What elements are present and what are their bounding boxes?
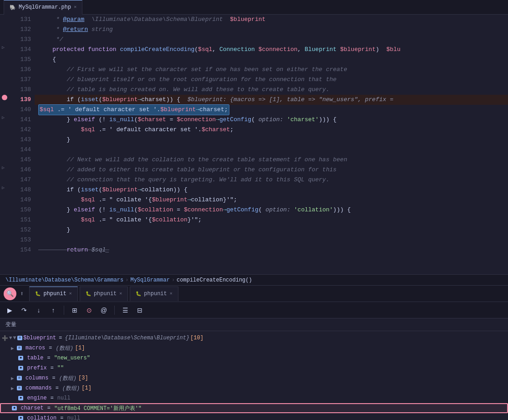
watch-button[interactable]: ⊙ bbox=[83, 304, 95, 316]
tab-filename: MySqlGrammar.php bbox=[19, 4, 71, 10]
resume-button[interactable]: ▶ bbox=[4, 304, 15, 316]
fold-icon-2[interactable]: ▷ bbox=[2, 115, 5, 120]
code-line-131: * @param \Illuminate\Database\Schema\Blu… bbox=[35, 15, 508, 25]
var-icon-blueprint: ≡ bbox=[17, 336, 22, 340]
breadcrumb-sep-2: › bbox=[172, 277, 175, 283]
var-icon-collation: ● bbox=[18, 416, 23, 420]
commands-expand[interactable]: ▶ bbox=[11, 385, 14, 391]
code-line-144 bbox=[35, 145, 508, 155]
breadcrumb-part-1: \Illuminate\Database\Schema\Grammars bbox=[5, 277, 123, 283]
code-line-134: protected function compileCreateEncoding… bbox=[35, 45, 508, 55]
var-columns[interactable]: ▶ ≡ columns = (数组) [3] bbox=[0, 373, 508, 383]
code-line-154: return $sql_ bbox=[35, 245, 508, 255]
code-line-136: // First we will set the character set i… bbox=[35, 65, 508, 75]
code-line-133: */ bbox=[35, 35, 508, 45]
code-line-143: } bbox=[35, 135, 508, 145]
step-over-button[interactable]: ↷ bbox=[18, 304, 30, 316]
var-icon-macros: ≡ bbox=[17, 346, 22, 350]
debug-exit-icon[interactable]: ⬆ bbox=[20, 290, 24, 297]
add-icon[interactable]: ➕ bbox=[2, 335, 8, 341]
step-out-button[interactable]: ↑ bbox=[47, 304, 59, 316]
var-collation[interactable]: ● collation = null bbox=[0, 413, 508, 420]
code-line-142: $sql .= ' default character set '.$chars… bbox=[35, 125, 508, 135]
evaluate-button[interactable]: @ bbox=[98, 304, 110, 316]
code-line-153 bbox=[35, 235, 508, 245]
breadcrumb-part-3: compileCreateEncoding() bbox=[177, 277, 252, 283]
variables-panel: ➕ ▼ ▼ ≡ $blueprint = {Illuminate\Databas… bbox=[0, 331, 508, 420]
code-line-151: $sql .= " collate '{$collation}'"; bbox=[35, 215, 508, 225]
code-line-140: $sql .= ' default character set '.$bluep… bbox=[35, 105, 508, 115]
var-icon-commands: ≡ bbox=[17, 386, 22, 390]
debug-tab-3[interactable]: 🐛 phpunit ✕ bbox=[130, 287, 178, 301]
code-line-145: // Next we will add the collation to the… bbox=[35, 155, 508, 165]
debug-tab-1-label: phpunit bbox=[43, 291, 66, 297]
debug-nav-icons: ⬆ bbox=[20, 290, 24, 297]
tab-mysqlgrammar[interactable]: 🐘 MySqlGrammar.php ✕ bbox=[4, 0, 82, 15]
editor-area: ▷ ▷ ▷ ▷ 131 132 133 134 135 136 137 138 … bbox=[0, 15, 508, 274]
fold-icon[interactable]: ▷ bbox=[2, 45, 5, 50]
debug-tab-2[interactable]: 🐛 phpunit ✕ bbox=[80, 287, 128, 301]
debug-panel: 🔍 ⬆ 🐛 phpunit ✕ 🐛 phpunit ✕ 🐛 phpunit ✕ … bbox=[0, 285, 508, 420]
code-line-141: } elseif (! is_null($charset = $connecti… bbox=[35, 115, 508, 125]
code-line-137: // blueprint itself or on the root confi… bbox=[35, 75, 508, 85]
phpunit-icon-1: 🐛 bbox=[35, 291, 41, 297]
var-blueprint[interactable]: ➕ ▼ ▼ ≡ $blueprint = {Illuminate\Databas… bbox=[0, 333, 508, 343]
fold-icon-4[interactable]: ▷ bbox=[2, 185, 5, 190]
debug-tab-2-close[interactable]: ✕ bbox=[119, 292, 122, 296]
variables-section-header: 变量 bbox=[0, 318, 508, 331]
debug-tab-1-close[interactable]: ✕ bbox=[69, 292, 72, 296]
code-line-139: if (isset($blueprint→charset)) { $bluepr… bbox=[35, 95, 508, 105]
debug-tab-3-close[interactable]: ✕ bbox=[170, 292, 173, 296]
var-commands[interactable]: ▶ ≡ commands = (数组) [1] bbox=[0, 383, 508, 393]
step-into-button[interactable]: ↓ bbox=[33, 304, 45, 316]
tab-close-button[interactable]: ✕ bbox=[74, 5, 76, 10]
var-icon-table: ● bbox=[18, 356, 23, 360]
debug-search-icon[interactable]: 🔍 bbox=[4, 287, 16, 300]
fold-icon-3[interactable]: ▷ bbox=[2, 165, 5, 170]
breakpoints-button[interactable]: ⊟ bbox=[134, 304, 146, 316]
phpunit-icon-2: 🐛 bbox=[86, 291, 91, 297]
var-icon-prefix: ● bbox=[18, 366, 23, 370]
debug-tab-bar: 🔍 ⬆ 🐛 phpunit ✕ 🐛 phpunit ✕ 🐛 phpunit ✕ bbox=[0, 286, 508, 302]
columns-expand[interactable]: ▶ bbox=[11, 375, 14, 381]
var-macros[interactable]: ▶ ≡ macros = (数组) [1] bbox=[0, 343, 508, 353]
blueprint-expand-2[interactable]: ▼ bbox=[13, 335, 16, 341]
breadcrumb-part-2: MySqlGrammar bbox=[130, 277, 169, 283]
code-line-149: $sql .= " collate '{$blueprint→collation… bbox=[35, 195, 508, 205]
debug-tab-3-label: phpunit bbox=[144, 291, 167, 297]
code-line-138: // table is being created on. We will ad… bbox=[35, 85, 508, 95]
code-line-150: } elseif (! is_null($collation = $connec… bbox=[35, 205, 508, 215]
view-table-button[interactable]: ⊞ bbox=[69, 304, 81, 316]
debug-tab-1[interactable]: 🐛 phpunit ✕ bbox=[29, 287, 77, 301]
code-line-152: } bbox=[35, 225, 508, 235]
toolbar-sep-1 bbox=[64, 306, 64, 315]
var-engine[interactable]: ● engine = null bbox=[0, 393, 508, 403]
toolbar-sep-2 bbox=[114, 306, 115, 315]
breakpoint-gutter: ▷ ▷ ▷ ▷ bbox=[0, 15, 9, 274]
code-line-135: { bbox=[35, 55, 508, 65]
var-icon-columns: ≡ bbox=[17, 376, 22, 380]
debug-tab-2-label: phpunit bbox=[94, 291, 117, 297]
blueprint-expand[interactable]: ▼ bbox=[9, 335, 12, 341]
var-prefix[interactable]: ● prefix = "" bbox=[0, 363, 508, 373]
phpunit-icon-3: 🐛 bbox=[136, 291, 141, 297]
var-charset[interactable]: ● charset = "utf8mb4 COMMENT='新用户表'" bbox=[0, 403, 508, 413]
variables-label: 变量 bbox=[5, 321, 16, 328]
php-file-icon: 🐘 bbox=[10, 5, 16, 10]
tab-bar: 🐘 MySqlGrammar.php ✕ bbox=[0, 0, 508, 15]
var-icon-charset: ● bbox=[12, 406, 17, 410]
code-line-132: * @return string bbox=[35, 25, 508, 35]
code-line-147: // connection that the query is targetin… bbox=[35, 175, 508, 185]
var-table[interactable]: ● table = "new_users" bbox=[0, 353, 508, 363]
code-line-148: if (isset($blueprint→collation)) { bbox=[35, 185, 508, 195]
macros-expand[interactable]: ▶ bbox=[11, 345, 14, 351]
frames-button[interactable]: ☰ bbox=[119, 304, 131, 316]
debug-toolbar: ▶ ↷ ↓ ↑ ⊞ ⊙ @ ☰ ⊟ bbox=[0, 302, 508, 318]
code-content: * @param \Illuminate\Database\Schema\Blu… bbox=[35, 15, 508, 274]
breadcrumb-sep-1: › bbox=[125, 277, 128, 283]
code-line-146: // added to either this create table blu… bbox=[35, 165, 508, 175]
breadcrumb-bar: \Illuminate\Database\Schema\Grammars › M… bbox=[0, 274, 508, 285]
breakpoint-marker[interactable] bbox=[2, 95, 7, 100]
var-icon-engine: ● bbox=[18, 396, 23, 400]
line-number-gutter: 131 132 133 134 135 136 137 138 139 140 … bbox=[9, 15, 35, 274]
